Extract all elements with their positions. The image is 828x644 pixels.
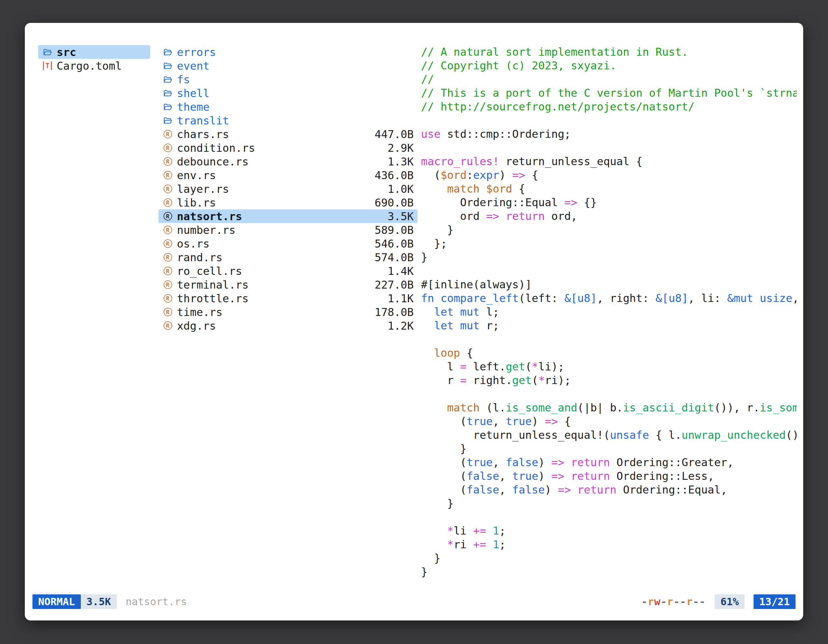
row-rand-rs[interactable]: Rrand.rs574.0B bbox=[158, 251, 417, 264]
perm-char: w bbox=[654, 595, 660, 608]
status-bar: NORMAL 3.5K natsort.rs -rw-r--r-- 61% 13… bbox=[33, 594, 795, 610]
item-size: 1.4K bbox=[387, 265, 414, 277]
status-bar-right: -rw-r--r-- 61% 13/21 bbox=[641, 594, 795, 609]
item-size: 1.0K bbox=[387, 183, 414, 195]
file-size-badge: 3.5K bbox=[81, 594, 117, 609]
row-layer-rs[interactable]: Rlayer.rs1.0K bbox=[158, 182, 417, 196]
cursor-position-badge: 13/21 bbox=[754, 594, 795, 609]
row-env-rs[interactable]: Renv.rs436.0B bbox=[158, 168, 417, 182]
code-line: match (l.is_some_and(|b| b.is_ascii_digi… bbox=[421, 401, 797, 415]
perm-char: - bbox=[699, 595, 706, 608]
code-line: Ordering::Equal => {} bbox=[421, 196, 797, 209]
row-lib-rs[interactable]: Rlib.rs690.0B bbox=[158, 196, 417, 209]
row-chars-rs[interactable]: Rchars.rs447.0B bbox=[158, 127, 417, 141]
row-event[interactable]: event bbox=[158, 59, 417, 72]
rust-file-icon: R bbox=[162, 320, 173, 331]
file-manager-window: srcTCargo.toml errorseventfsshellthemetr… bbox=[25, 23, 803, 620]
code-line: *ri += 1; bbox=[421, 538, 797, 552]
perm-char: - bbox=[693, 595, 699, 608]
row-translit[interactable]: translit bbox=[158, 114, 417, 127]
rust-file-icon: R bbox=[162, 197, 173, 208]
item-size: 227.0B bbox=[375, 278, 414, 291]
code-line: use std::cmp::Ordering; bbox=[421, 127, 797, 141]
code-line: match $ord { bbox=[421, 182, 797, 196]
item-label: rand.rs bbox=[177, 251, 223, 264]
item-label: ro_cell.rs bbox=[177, 265, 242, 277]
item-label: theme bbox=[177, 100, 209, 113]
code-line: *li += 1; bbox=[421, 524, 797, 538]
code-line: let mut l; bbox=[421, 305, 797, 319]
code-line bbox=[421, 332, 797, 346]
code-line bbox=[421, 387, 797, 401]
item-label: terminal.rs bbox=[177, 278, 249, 291]
row-ro-cell-rs[interactable]: Rro_cell.rs1.4K bbox=[158, 264, 417, 278]
toml-file-icon: T bbox=[42, 60, 53, 71]
code-line: } bbox=[421, 223, 797, 237]
folder-icon bbox=[162, 102, 173, 112]
item-label: natsort.rs bbox=[177, 210, 242, 223]
item-label: throttle.rs bbox=[177, 292, 249, 305]
row-src[interactable]: src bbox=[38, 45, 150, 59]
perm-char: - bbox=[641, 595, 648, 608]
item-label: layer.rs bbox=[177, 183, 229, 195]
row-natsort-rs[interactable]: Rnatsort.rs3.5K bbox=[158, 209, 417, 223]
item-size: 178.0B bbox=[375, 306, 414, 318]
row-xdg-rs[interactable]: Rxdg.rs1.2K bbox=[158, 319, 417, 332]
rust-file-icon: R bbox=[162, 238, 173, 249]
code-line: r = right.get(*ri); bbox=[421, 373, 797, 387]
code-line: // bbox=[421, 72, 797, 86]
item-size: 3.5K bbox=[387, 210, 414, 223]
rust-file-icon: R bbox=[162, 279, 173, 290]
item-label: condition.rs bbox=[177, 142, 255, 154]
preview-pane[interactable]: // A natural sort implementation in Rust… bbox=[421, 45, 797, 579]
item-size: 1.1K bbox=[387, 292, 414, 305]
row-theme[interactable]: theme bbox=[158, 100, 417, 114]
item-label: fs bbox=[177, 73, 190, 86]
item-label: env.rs bbox=[177, 169, 216, 182]
code-line: // This is a port of the C version of Ma… bbox=[421, 86, 797, 100]
code-line: (true, false) => return Ordering::Greate… bbox=[421, 456, 797, 469]
perm-char: r bbox=[648, 595, 654, 608]
code-line: // Copyright (c) 2023, sxyazi. bbox=[421, 59, 797, 72]
code-line: l = left.get(*li); bbox=[421, 360, 797, 373]
row-shell[interactable]: shell bbox=[158, 86, 417, 100]
code-line bbox=[421, 510, 797, 524]
code-line: loop { bbox=[421, 346, 797, 360]
item-label: chars.rs bbox=[177, 128, 229, 141]
item-size: 2.9K bbox=[387, 142, 414, 154]
item-size: 574.0B bbox=[375, 251, 414, 264]
item-size: 1.2K bbox=[387, 320, 414, 332]
item-label: Cargo.toml bbox=[56, 60, 122, 72]
permissions-indicator: -rw-r--r-- bbox=[641, 595, 706, 608]
folder-icon bbox=[162, 60, 173, 71]
row-condition-rs[interactable]: Rcondition.rs2.9K bbox=[158, 141, 417, 155]
row-fs[interactable]: fs bbox=[158, 72, 417, 86]
status-filename: natsort.rs bbox=[126, 595, 187, 608]
rust-file-icon: R bbox=[162, 143, 173, 154]
row-throttle-rs[interactable]: Rthrottle.rs1.1K bbox=[158, 291, 417, 305]
code-line: } bbox=[421, 497, 797, 510]
rust-file-icon: R bbox=[162, 129, 173, 140]
scroll-percent-badge: 61% bbox=[715, 594, 745, 609]
item-label: debounce.rs bbox=[177, 155, 249, 168]
row-errors[interactable]: errors bbox=[158, 45, 417, 59]
perm-char: - bbox=[660, 595, 667, 608]
row-cargo-toml[interactable]: TCargo.toml bbox=[38, 59, 150, 72]
row-number-rs[interactable]: Rnumber.rs589.0B bbox=[158, 223, 417, 237]
perm-char: - bbox=[674, 595, 680, 608]
code-line: } bbox=[421, 565, 797, 579]
perm-char: r bbox=[667, 595, 673, 608]
rust-file-icon: R bbox=[162, 307, 173, 318]
row-os-rs[interactable]: Ros.rs546.0B bbox=[158, 237, 417, 251]
code-line: ord => return ord, bbox=[421, 209, 797, 223]
row-terminal-rs[interactable]: Rterminal.rs227.0B bbox=[158, 278, 417, 291]
code-line: macro_rules! return_unless_equal { bbox=[421, 155, 797, 168]
perm-char: r bbox=[686, 595, 693, 608]
rust-file-icon: R bbox=[162, 170, 173, 181]
item-size: 447.0B bbox=[375, 128, 414, 141]
rust-file-icon: R bbox=[162, 225, 173, 235]
item-size: 589.0B bbox=[375, 224, 414, 237]
row-debounce-rs[interactable]: Rdebounce.rs1.3K bbox=[158, 155, 417, 168]
row-time-rs[interactable]: Rtime.rs178.0B bbox=[158, 305, 417, 319]
parent-pane: srcTCargo.toml bbox=[38, 45, 150, 72]
